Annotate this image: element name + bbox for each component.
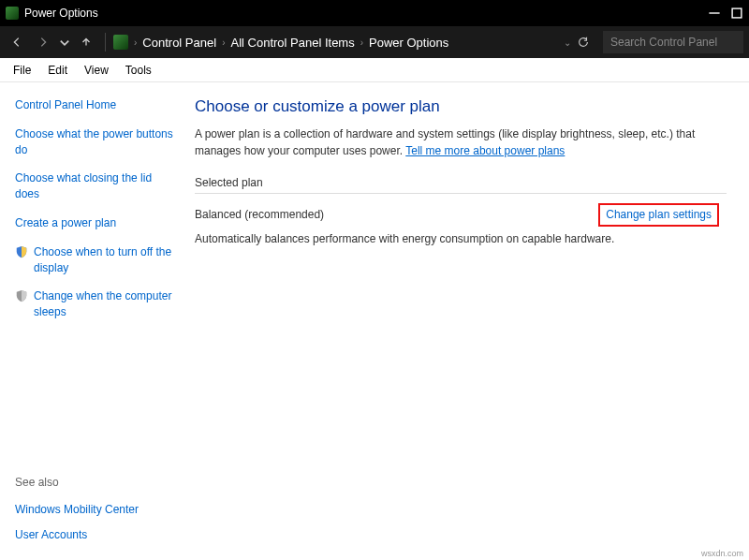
titlebar: Power Options (0, 0, 749, 26)
sidebar-item-display-off[interactable]: Choose when to turn off the display (15, 244, 176, 276)
menu-tools[interactable]: Tools (118, 61, 159, 80)
see-also-mobility[interactable]: Windows Mobility Center (15, 502, 176, 518)
minimize-button[interactable] (708, 7, 721, 20)
crumb-power-options[interactable]: Power Options (369, 36, 448, 50)
see-also-user-accounts[interactable]: User Accounts (15, 527, 176, 543)
breadcrumb[interactable]: › Control Panel › All Control Panel Item… (113, 35, 599, 50)
menu-view[interactable]: View (77, 61, 116, 80)
chevron-right-icon[interactable]: › (360, 37, 363, 48)
crumb-control-panel[interactable]: Control Panel (142, 36, 216, 50)
plan-name: Balanced (recommended) (195, 208, 324, 221)
refresh-icon[interactable] (577, 36, 590, 49)
main-panel: Choose or customize a power plan A power… (187, 82, 749, 560)
chevron-right-icon[interactable]: › (134, 37, 137, 48)
sidebar: Control Panel Home Choose what the power… (0, 82, 187, 560)
chevron-right-icon[interactable]: › (222, 37, 225, 48)
sidebar-link-display-off[interactable]: Choose when to turn off the display (34, 244, 176, 276)
page-heading: Choose or customize a power plan (195, 97, 727, 116)
menubar: File Edit View Tools (0, 58, 749, 82)
change-plan-highlight: Change plan settings (598, 203, 719, 227)
plan-row: Balanced (recommended) Change plan setti… (195, 203, 727, 227)
menu-edit[interactable]: Edit (40, 61, 75, 80)
search-input[interactable] (603, 31, 743, 53)
recent-dropdown[interactable] (58, 31, 71, 53)
sidebar-link-closing-lid[interactable]: Choose what closing the lid does (15, 170, 176, 202)
see-also-label: See also (15, 476, 176, 489)
up-button[interactable] (75, 31, 97, 53)
tell-me-more-link[interactable]: Tell me more about power plans (405, 144, 565, 157)
app-icon (6, 7, 19, 20)
control-panel-home-link[interactable]: Control Panel Home (15, 97, 176, 113)
section-label: Selected plan (195, 176, 727, 194)
change-plan-settings-link[interactable]: Change plan settings (606, 208, 712, 221)
window-title: Power Options (24, 7, 98, 20)
forward-button[interactable] (32, 31, 54, 53)
sidebar-item-sleeps[interactable]: Change when the computer sleeps (15, 288, 176, 320)
sidebar-link-power-buttons[interactable]: Choose what the power buttons do (15, 126, 176, 158)
plan-description: Automatically balances performance with … (195, 232, 727, 245)
menu-file[interactable]: File (6, 61, 38, 80)
chevron-down-icon[interactable]: ⌄ (564, 37, 571, 48)
page-description: A power plan is a collection of hardware… (195, 125, 727, 159)
crumb-all-items[interactable]: All Control Panel Items (230, 36, 354, 50)
navbar: › Control Panel › All Control Panel Item… (0, 26, 749, 58)
footer-watermark: wsxdn.com (701, 549, 743, 558)
svg-rect-1 (732, 8, 742, 18)
content: Control Panel Home Choose what the power… (0, 82, 749, 560)
breadcrumb-icon (113, 35, 128, 50)
shield-icon (15, 289, 28, 302)
sidebar-link-sleeps[interactable]: Change when the computer sleeps (34, 288, 176, 320)
back-button[interactable] (6, 31, 28, 53)
maximize-button[interactable] (730, 7, 743, 20)
sidebar-link-create-plan[interactable]: Create a power plan (15, 215, 176, 231)
shield-icon (15, 245, 28, 258)
separator (105, 33, 106, 52)
